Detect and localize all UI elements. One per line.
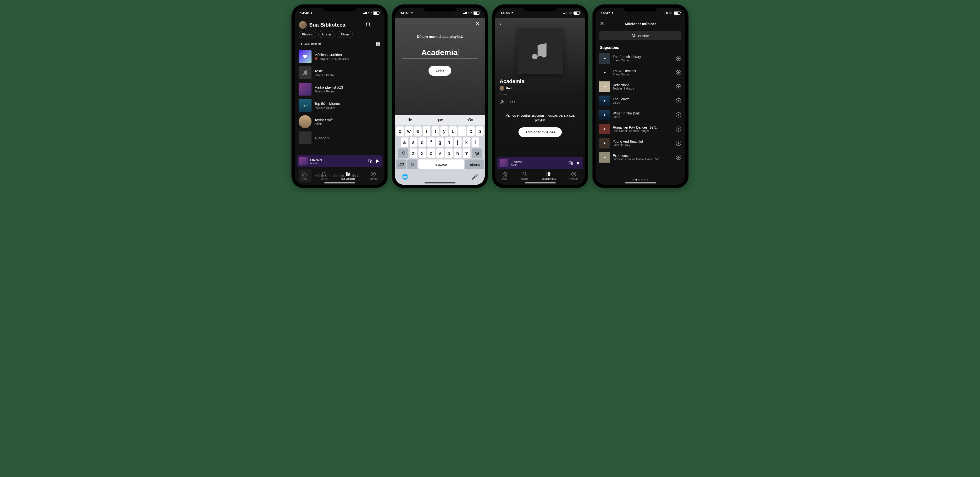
keyboard-suggestion[interactable]: não	[455, 115, 485, 125]
key-return[interactable]: retorno	[465, 160, 484, 169]
play-overlay-icon[interactable]	[599, 152, 610, 163]
keyboard-suggestion[interactable]: que	[425, 115, 455, 125]
chip-playlists[interactable]: Playlists	[299, 31, 316, 38]
play-overlay-icon[interactable]	[599, 138, 610, 148]
key-z[interactable]: z	[410, 148, 417, 158]
back-icon[interactable]: ‹	[495, 18, 585, 29]
play-overlay-icon[interactable]	[599, 110, 610, 120]
key-t[interactable]: t	[432, 126, 439, 136]
key-v[interactable]: v	[436, 148, 444, 158]
song-item[interactable]: ExperienceLudovico Einaudi, Daniel Hope,…	[599, 151, 681, 164]
play-overlay-icon[interactable]	[599, 81, 610, 92]
song-item[interactable]: Young And BeautifulLana Del Rey	[599, 137, 681, 150]
playlist-cover[interactable]	[517, 29, 563, 74]
key-h[interactable]: h	[445, 137, 453, 147]
mic-icon[interactable]: 🎤	[472, 174, 478, 180]
key-s[interactable]: s	[410, 137, 417, 147]
play-overlay-icon[interactable]	[599, 67, 610, 78]
key-l[interactable]: l	[472, 137, 479, 147]
list-item[interactable]: Músicas Curtidas 📌Playlist • 1.447 músic…	[299, 48, 381, 65]
grid-view-icon[interactable]	[376, 41, 380, 46]
key-emoji[interactable]: ☺	[407, 160, 417, 169]
add-song-icon[interactable]	[676, 98, 681, 104]
song-item[interactable]: Writer In The DarkLorde	[599, 108, 681, 122]
svg-point-7	[371, 162, 372, 162]
add-song-icon[interactable]	[676, 84, 681, 89]
page-title: Sua Biblioteca	[309, 22, 363, 28]
play-overlay-icon[interactable]	[599, 96, 610, 106]
add-song-icon[interactable]	[676, 70, 681, 75]
key-c[interactable]: c	[427, 148, 435, 158]
key-b[interactable]: b	[445, 148, 453, 158]
key-space[interactable]: espaço	[418, 160, 464, 169]
key-shift[interactable]	[398, 148, 409, 158]
add-song-icon[interactable]	[676, 140, 681, 146]
playlist-owner[interactable]: Pedro	[495, 86, 585, 91]
key-p[interactable]: p	[476, 126, 484, 136]
search-input[interactable]: Buscar	[599, 31, 681, 40]
keyboard-suggestion[interactable]: de	[395, 115, 425, 125]
search-icon[interactable]	[365, 22, 372, 28]
key-k[interactable]: k	[463, 137, 470, 147]
add-song-icon[interactable]	[676, 126, 681, 132]
add-song-icon[interactable]	[676, 155, 681, 160]
tab-library[interactable]: Sua Biblioteca	[542, 171, 556, 180]
key-numbers[interactable]: 123	[396, 160, 406, 169]
key-i[interactable]: i	[458, 126, 466, 136]
item-title: Músicas do Tio Re… É da Coi…	[314, 174, 366, 178]
key-w[interactable]: w	[405, 126, 413, 136]
list-item[interactable]: Músicas do Tio Re… É da Coi…	[299, 168, 381, 183]
globe-icon[interactable]: 🌐	[402, 174, 408, 180]
playlist-name-input[interactable]: Academia	[402, 48, 477, 59]
list-item[interactable]: Taylor Swift Artista	[299, 113, 381, 130]
add-user-icon[interactable]	[500, 99, 505, 105]
key-x[interactable]: x	[418, 148, 426, 158]
song-item[interactable]: ReflectionsToshifumi Hinata	[599, 80, 681, 93]
status-time: 14:47	[601, 11, 610, 15]
key-y[interactable]: y	[441, 126, 448, 136]
key-j[interactable]: j	[454, 137, 461, 147]
avatar[interactable]	[299, 21, 307, 29]
key-backspace[interactable]	[472, 148, 482, 158]
add-song-icon[interactable]	[676, 56, 681, 61]
list-item[interactable]: A Viagem	[299, 130, 381, 146]
connect-device-icon[interactable]	[568, 161, 573, 166]
close-icon[interactable]: ✕	[475, 21, 480, 27]
play-icon[interactable]	[576, 160, 581, 166]
sort-button[interactable]: Mais recente	[299, 42, 321, 46]
song-item[interactable]: The LouvreLorde	[599, 94, 681, 107]
key-e[interactable]: e	[414, 126, 422, 136]
add-icon[interactable]	[374, 22, 380, 28]
add-songs-button[interactable]: Adicionar músicas	[519, 128, 562, 137]
play-icon[interactable]	[375, 158, 380, 164]
key-u[interactable]: u	[449, 126, 457, 136]
key-m[interactable]: m	[463, 148, 470, 158]
chip-artists[interactable]: Artistas	[318, 31, 335, 38]
song-item[interactable]: The French LibraryFranz Gordon	[599, 52, 681, 65]
chip-albums[interactable]: Álbuns	[337, 31, 353, 38]
more-icon[interactable]: •••	[510, 100, 515, 104]
play-overlay-icon[interactable]	[599, 53, 610, 64]
connect-device-icon[interactable]	[368, 159, 372, 164]
key-o[interactable]: o	[467, 126, 475, 136]
key-d[interactable]: d	[418, 137, 426, 147]
list-item[interactable]: Top 50 Top 50 – Mundo Playlist • Spotify	[299, 97, 381, 113]
key-f[interactable]: f	[427, 137, 435, 147]
add-song-icon[interactable]	[676, 112, 681, 118]
song-item[interactable]: Romanian Folk Dances, Sz 5…Béla Bartók, …	[599, 122, 681, 136]
tab-premium[interactable]: Premium	[570, 171, 578, 180]
key-q[interactable]: q	[396, 126, 404, 136]
key-n[interactable]: n	[454, 148, 461, 158]
song-item[interactable]: The Art TeacherFranz Gordon	[599, 66, 681, 79]
tab-search[interactable]: Buscar	[521, 171, 528, 180]
play-overlay-icon[interactable]	[599, 124, 610, 134]
key-g[interactable]: g	[436, 137, 444, 147]
now-playing-bar[interactable]: Envolver Anitta	[497, 157, 583, 169]
list-item[interactable]: Teste Playlist • Pedro	[299, 65, 381, 81]
key-r[interactable]: r	[423, 126, 430, 136]
key-a[interactable]: a	[401, 137, 409, 147]
now-playing-bar[interactable]: Envolver Anitta	[297, 155, 383, 168]
tab-home[interactable]: Início	[502, 171, 508, 180]
create-button[interactable]: Criar	[428, 66, 451, 76]
list-item[interactable]: Minha playlist #13 Playlist • Pedro	[299, 81, 381, 97]
